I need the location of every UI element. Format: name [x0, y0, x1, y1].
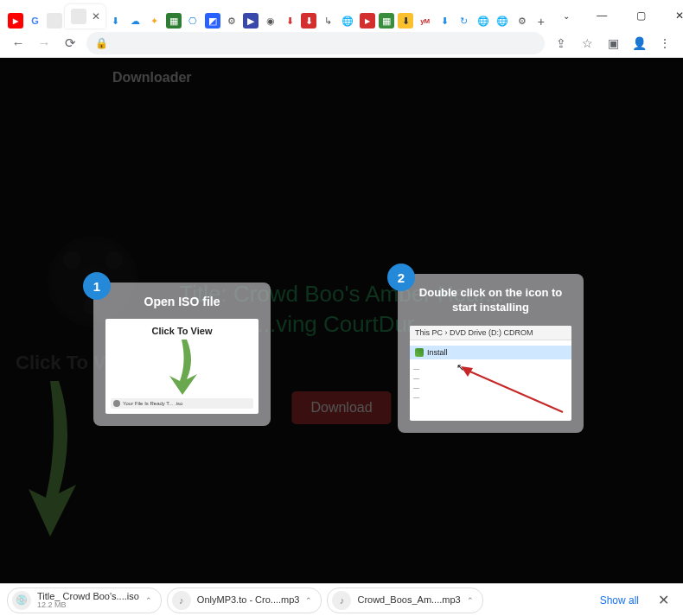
- tab-favicon[interactable]: ✦: [146, 13, 162, 29]
- show-all-downloads[interactable]: Show all: [593, 591, 646, 610]
- card2-title: Double click on the icon to start instal…: [410, 286, 571, 315]
- tab-favicon[interactable]: ▶: [243, 13, 259, 29]
- tab-favicon[interactable]: 🌐: [495, 13, 510, 29]
- side-panel-icon[interactable]: ▣: [603, 36, 622, 50]
- tab-strip: ▶ G ✕ ⬇ ☁ ✦ ▦ ⎔ ◩ ⚙ ▶ ◉ ⬇ ⬇ ↳ 🌐 ▶ ▦ ⬇ yM…: [0, 0, 550, 29]
- tab-favicon[interactable]: ◩: [205, 13, 220, 29]
- tab-favicon[interactable]: ⎔: [185, 13, 201, 29]
- instruction-card-2: 2 Double click on the icon to start inst…: [398, 274, 584, 433]
- tab-favicon[interactable]: ⬇: [398, 13, 413, 29]
- svg-line-0: [466, 370, 563, 412]
- minimize-button[interactable]: —: [583, 3, 622, 29]
- down-arrow-icon: [163, 340, 202, 398]
- menu-icon[interactable]: ⋮: [655, 36, 674, 50]
- tab-favicon[interactable]: ⚙: [224, 13, 239, 29]
- url-field[interactable]: 🔒: [86, 32, 545, 54]
- file-icon: ♪: [172, 591, 191, 610]
- chevron-up-icon[interactable]: ⌃: [305, 596, 312, 605]
- tab-favicon[interactable]: ⬇: [437, 13, 452, 29]
- card1-title: Open ISO file: [105, 295, 259, 308]
- instruction-card-1: 1 Open ISO file Click To View Your File …: [93, 283, 271, 426]
- tab-favicon[interactable]: ⚙: [514, 13, 530, 29]
- window-titlebar: ▶ G ✕ ⬇ ☁ ✦ ▦ ⎔ ◩ ⚙ ▶ ◉ ⬇ ⬇ ↳ 🌐 ▶ ▦ ⬇ yM…: [0, 0, 683, 29]
- page-viewport: Downloader Title: Crowd Boo's Amber Hear…: [0, 58, 683, 583]
- tab-favicon[interactable]: ↳: [321, 13, 336, 29]
- download-filename: Crowd_Boos_Am....mp3: [357, 594, 460, 605]
- window-controls: ⌄ — ▢ ✕: [550, 3, 683, 29]
- address-bar: ← → ⟳ 🔒 ⇪ ☆ ▣ 👤 ⋮: [0, 29, 683, 58]
- download-filesize: 12.2 MB: [37, 601, 139, 610]
- card2-preview: This PC › DVD Drive (D:) CDROM Install ↖…: [410, 326, 571, 421]
- back-button[interactable]: ←: [9, 34, 28, 53]
- red-arrow-icon: [461, 366, 565, 414]
- chevron-up-icon[interactable]: ⌃: [467, 596, 474, 605]
- tab-favicon[interactable]: 🌐: [340, 13, 355, 29]
- tabs-dropdown-icon[interactable]: ⌄: [550, 3, 583, 29]
- preview-rule-marks: ————: [413, 364, 419, 403]
- file-icon: ♪: [332, 591, 351, 610]
- tab-favicon[interactable]: ⬇: [301, 13, 316, 29]
- tab-favicon[interactable]: ▦: [379, 13, 394, 29]
- close-window-button[interactable]: ✕: [661, 3, 683, 29]
- download-filename: OnlyMP3.to - Cro....mp3: [197, 594, 300, 605]
- download-item-2[interactable]: ♪ OnlyMP3.to - Cro....mp3 ⌃: [167, 587, 322, 613]
- tab-favicon[interactable]: ⬇: [282, 13, 297, 29]
- card1-download-bar: Your File Is Ready T... .iso: [111, 398, 253, 409]
- download-item-3[interactable]: ♪ Crowd_Boos_Am....mp3 ⌃: [327, 587, 482, 613]
- tab-favicon-youtube[interactable]: ▶: [8, 13, 23, 29]
- tab-favicon[interactable]: yM: [418, 13, 433, 29]
- file-icon: 💿: [12, 591, 31, 610]
- reload-button[interactable]: ⟳: [61, 34, 80, 53]
- chevron-up-icon[interactable]: ⌃: [145, 596, 152, 605]
- download-item-1[interactable]: 💿 Title_ Crowd Boo's....iso 12.2 MB ⌃: [7, 587, 162, 613]
- explorer-breadcrumb: This PC › DVD Drive (D:) CDROM: [410, 326, 571, 340]
- tab-favicon[interactable]: 🌐: [476, 13, 491, 29]
- tab-favicon[interactable]: ☁: [127, 13, 143, 29]
- close-tab-icon[interactable]: ✕: [92, 10, 100, 22]
- share-icon[interactable]: ⇪: [552, 36, 571, 50]
- forward-button[interactable]: →: [35, 34, 54, 53]
- bookmark-star-icon[interactable]: ☆: [578, 36, 597, 50]
- downloads-bar: 💿 Title_ Crowd Boo's....iso 12.2 MB ⌃ ♪ …: [0, 583, 683, 616]
- tab-favicon-google[interactable]: G: [28, 13, 43, 29]
- download-filename: Title_ Crowd Boo's....iso: [37, 591, 139, 601]
- card1-preview: Click To View Your File Is Ready T... .i…: [105, 319, 259, 414]
- profile-icon[interactable]: 👤: [629, 36, 648, 50]
- tab-favicon[interactable]: ⬇: [108, 13, 124, 29]
- install-file-row: Install: [410, 346, 571, 359]
- close-downloads-bar[interactable]: ✕: [651, 588, 676, 612]
- maximize-button[interactable]: ▢: [622, 3, 661, 29]
- active-tab-favicon: [71, 9, 86, 24]
- tab-favicon[interactable]: [47, 13, 62, 29]
- active-tab[interactable]: ✕: [65, 4, 105, 29]
- new-tab-button[interactable]: +: [533, 15, 550, 29]
- card1-inner-label: Click To View: [105, 326, 259, 336]
- tab-favicon[interactable]: ▦: [166, 13, 182, 29]
- installer-icon: [415, 348, 424, 357]
- lock-icon: 🔒: [95, 37, 108, 49]
- step-badge-1: 1: [83, 272, 111, 300]
- step-badge-2: 2: [387, 264, 415, 291]
- tab-favicon[interactable]: ▶: [360, 13, 375, 29]
- tab-favicon[interactable]: ↻: [456, 13, 471, 29]
- tab-favicon[interactable]: ◉: [263, 13, 278, 29]
